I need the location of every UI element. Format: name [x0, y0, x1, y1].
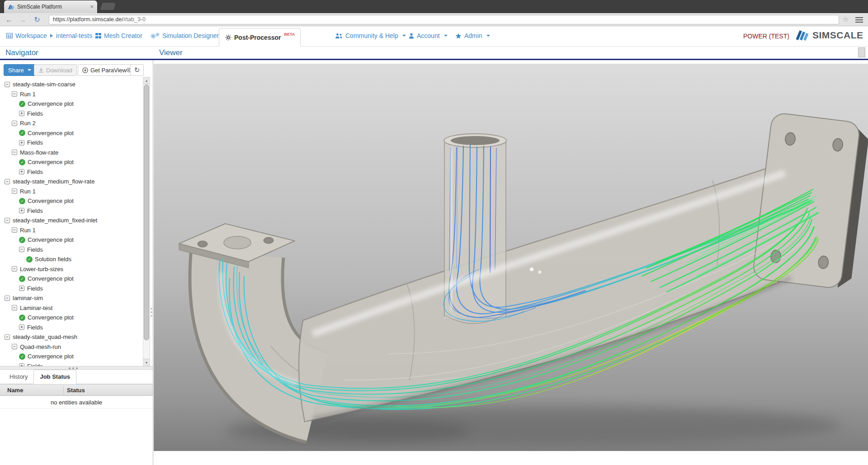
tree-item[interactable]: ✓Convergence plot	[0, 99, 143, 109]
url-field[interactable]: https://platform.simscale.de/#tab_3-0	[49, 15, 839, 24]
expand-icon[interactable]: +	[19, 169, 24, 174]
expand-icon[interactable]: +	[19, 208, 24, 213]
gear-icon	[225, 34, 231, 41]
check-icon: ✓	[19, 159, 25, 165]
expand-icon[interactable]: +	[19, 111, 24, 116]
browser-menu-icon[interactable]	[855, 17, 863, 23]
tree-item[interactable]: ✓Convergence plot	[0, 235, 143, 245]
splitter-grip	[69, 367, 71, 369]
tree-item[interactable]: ✓Convergence plot	[0, 352, 143, 362]
simscale-flag-icon	[794, 29, 810, 41]
tree-item[interactable]: −steady-state_medium_fixed-inlet	[0, 216, 143, 225]
tree-item-label: Convergence plot	[28, 314, 74, 321]
post-processor-label: Post-Processor	[234, 34, 281, 41]
panel-splitter[interactable]	[0, 366, 153, 370]
nav-simulation-designer[interactable]: Simulation Designer	[151, 32, 219, 39]
collapse-icon[interactable]: −	[19, 247, 24, 252]
tree-item[interactable]: −Laminar-test	[0, 303, 143, 313]
tab-job-status[interactable]: Job Status	[33, 370, 76, 384]
reload-icon[interactable]: ↻	[33, 16, 42, 24]
workspace-label: Workspace	[15, 32, 47, 39]
scroll-up-icon[interactable]: ▴	[143, 77, 150, 84]
tree-item-label: Fields	[27, 324, 43, 331]
tree-item-label: Lower-turb-sizes	[20, 266, 63, 272]
grid-icon	[95, 33, 101, 38]
tab-post-processor[interactable]: Post-Processor BETA	[219, 28, 301, 47]
tab-close-icon[interactable]: ×	[90, 4, 94, 9]
browser-tab[interactable]: SimScale Platform ×	[4, 0, 98, 13]
collapse-icon[interactable]: −	[12, 121, 17, 126]
scrollbar-thumb[interactable]	[144, 85, 149, 340]
tree-item[interactable]: −Mass-flow-rate	[0, 148, 143, 158]
tree-item[interactable]: +Fields	[0, 138, 143, 148]
download-button[interactable]: Download	[34, 64, 77, 76]
tree-item[interactable]: ✓Convergence plot	[0, 274, 143, 284]
tree-scrollbar[interactable]: ▴ ▾	[143, 77, 150, 366]
tree-item-label: Fields	[27, 246, 43, 253]
collapse-icon[interactable]: −	[5, 218, 10, 223]
nav-admin[interactable]: Admin	[455, 32, 490, 39]
collapse-icon[interactable]: −	[12, 91, 17, 97]
tree-item[interactable]: −Fields	[0, 245, 143, 255]
admin-label: Admin	[464, 32, 482, 39]
collapse-icon[interactable]: −	[12, 344, 17, 349]
tree-item[interactable]: ✓Solution fields	[0, 254, 143, 264]
tree-item[interactable]: −steady-state_medium_flow-rate	[0, 177, 143, 187]
collapse-icon[interactable]: −	[12, 188, 17, 194]
expand-icon[interactable]: +	[19, 324, 24, 330]
tree-item[interactable]: +Fields	[0, 323, 143, 333]
get-paraview-button[interactable]: Get ParaView®	[78, 64, 136, 76]
expand-icon[interactable]: +	[19, 286, 24, 291]
viewer-scrollbar-stub[interactable]	[858, 47, 865, 57]
nav-community-help[interactable]: Community & Help	[335, 32, 406, 39]
viewer-3d-canvas[interactable]	[154, 64, 868, 451]
tree-item[interactable]: −Run 1	[0, 187, 143, 197]
tree-item[interactable]: +Fields	[0, 362, 143, 366]
collapse-icon[interactable]: −	[5, 179, 10, 184]
tree-item[interactable]: −Lower-turb-sizes	[0, 264, 143, 274]
tree-item[interactable]: −Run 1	[0, 225, 143, 235]
tree-item[interactable]: ✓Convergence plot	[0, 157, 143, 167]
bottom-tabbar: HistoryJob Status	[0, 370, 153, 384]
bookmark-star-icon[interactable]: ☆	[843, 16, 849, 23]
new-tab-button[interactable]	[100, 3, 116, 10]
collapse-icon[interactable]: −	[5, 82, 10, 87]
tree-item[interactable]: +Fields	[0, 206, 143, 216]
expand-icon[interactable]: +	[19, 140, 24, 146]
tree-item[interactable]: −laminar-sim	[0, 293, 143, 303]
collapse-icon[interactable]: −	[12, 305, 17, 310]
tree-item[interactable]: −steady-state-sim-coarse	[0, 80, 143, 89]
share-button[interactable]: Share	[4, 64, 36, 76]
tree-item[interactable]: −Run 1	[0, 89, 143, 99]
back-icon[interactable]: ←	[5, 16, 14, 24]
tree-item[interactable]: ✓Convergence plot	[0, 313, 143, 323]
tree-item[interactable]: +Fields	[0, 167, 143, 177]
workspace-project: internal-tests	[56, 32, 92, 39]
collapse-icon[interactable]: −	[5, 296, 10, 301]
tree-item[interactable]: +Fields	[0, 109, 143, 119]
collapse-icon[interactable]: −	[12, 150, 17, 155]
chevron-down-icon	[402, 35, 406, 37]
collapse-icon[interactable]: −	[5, 334, 10, 340]
scroll-down-icon[interactable]: ▾	[143, 359, 150, 366]
tree-item[interactable]: −Run 2	[0, 118, 143, 128]
vertical-splitter-grip[interactable]	[151, 308, 152, 310]
tree-item[interactable]: −steady-state_quad-mesh	[0, 332, 143, 342]
nav-mesh-creator[interactable]: Mesh Creator	[95, 32, 142, 39]
collapse-icon[interactable]: −	[12, 266, 17, 272]
mesh-creator-label: Mesh Creator	[104, 32, 142, 39]
tree-item-label: Fields	[27, 169, 43, 175]
tree-item[interactable]: ✓Convergence plot	[0, 128, 143, 138]
tree-item[interactable]: −Quad-mesh-run	[0, 342, 143, 352]
nav-account[interactable]: Account	[409, 32, 448, 39]
forward-icon[interactable]: →	[18, 16, 27, 24]
collapse-icon[interactable]: −	[12, 227, 17, 233]
refresh-icon: ↻	[134, 66, 140, 74]
circle-down-icon	[82, 67, 88, 73]
tree-item[interactable]: +Fields	[0, 284, 143, 294]
tree-item[interactable]: ✓Convergence plot	[0, 196, 143, 206]
nav-workspace[interactable]: Workspace internal-tests	[6, 32, 92, 39]
table-icon	[6, 33, 13, 38]
tab-history[interactable]: History	[4, 370, 33, 385]
refresh-button[interactable]: ↻	[130, 64, 144, 76]
